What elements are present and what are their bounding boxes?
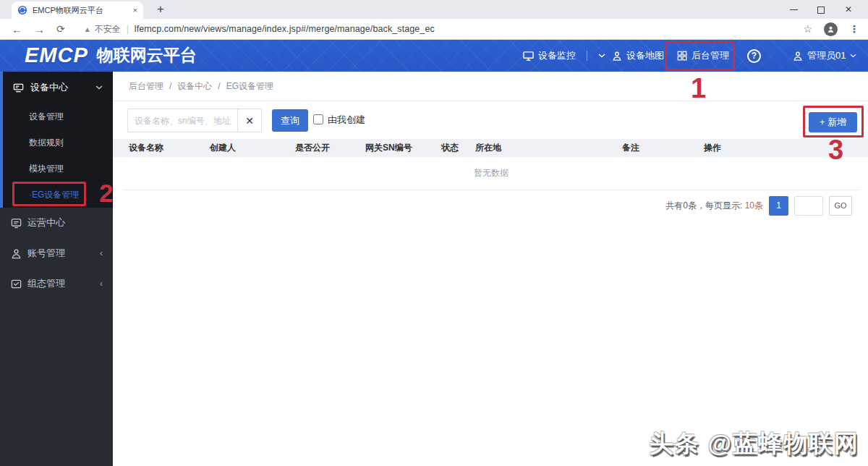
toolbar: ✕ 查询 由我创建 + 新增 bbox=[113, 101, 868, 139]
tab-close-icon[interactable]: × bbox=[133, 6, 137, 14]
security-label: 不安全 bbox=[95, 23, 121, 35]
tab-title: EMCP物联网云平台 bbox=[33, 5, 128, 16]
logo-emcp: EMCP bbox=[25, 43, 88, 67]
nav-device-monitor-label: 设备监控 bbox=[538, 49, 576, 62]
configuration-icon bbox=[11, 279, 22, 289]
sidebar-configuration-label: 组态管理 bbox=[27, 277, 65, 290]
sidebar-item-eg-device-management[interactable]: ·EG设备管理 bbox=[3, 182, 113, 208]
sidebar-item-device-center[interactable]: 设备中心 bbox=[3, 72, 113, 103]
app-logo: EMCP 物联网云平台 bbox=[25, 43, 197, 67]
warning-icon: ▲ bbox=[84, 25, 91, 33]
logo-suffix: 物联网云平台 bbox=[97, 44, 197, 67]
clear-search-button[interactable]: ✕ bbox=[237, 109, 262, 132]
breadcrumb-item-current: EG设备管理 bbox=[226, 80, 273, 93]
nav-backstage-label: 后台管理 bbox=[692, 49, 729, 62]
column-remark: 备注 bbox=[622, 139, 639, 157]
created-by-me-checkbox[interactable] bbox=[313, 114, 323, 124]
person-icon bbox=[827, 25, 835, 33]
nav-backstage[interactable]: 后台管理 bbox=[677, 40, 729, 72]
tab-favicon-icon bbox=[17, 5, 27, 15]
pagination-page-1-button[interactable]: 1 bbox=[769, 196, 788, 216]
created-by-me-label[interactable]: 由我创建 bbox=[328, 114, 365, 127]
sidebar-item-data-rules[interactable]: 数据规则 bbox=[3, 130, 113, 156]
column-status: 状态 bbox=[441, 139, 459, 157]
column-location: 所在地 bbox=[475, 139, 501, 157]
add-device-button[interactable]: + 新增 bbox=[809, 112, 857, 132]
app-header: EMCP 物联网云平台 设备监控 设备地图 后台管理 ? 管理员01 bbox=[0, 40, 868, 72]
pagination-summary: 共有0条，每页显示: 10条 bbox=[665, 200, 763, 212]
browser-tab[interactable]: EMCP物联网云平台 × bbox=[12, 1, 143, 19]
close-window-button[interactable]: ✕ bbox=[835, 4, 862, 14]
sidebar-operation-center-label: 运营中心 bbox=[27, 216, 65, 229]
sidebar-group-device-center: 设备中心 设备管理 数据规则 模块管理 ·EG设备管理 bbox=[0, 72, 113, 208]
url-separator: | bbox=[127, 24, 129, 34]
nav-help[interactable]: ? bbox=[747, 40, 761, 72]
chevron-down-icon bbox=[850, 54, 856, 58]
nav-user-label: 管理员01 bbox=[807, 49, 846, 62]
nav-user-menu[interactable]: 管理员01 bbox=[793, 40, 856, 72]
minimize-button[interactable] bbox=[780, 4, 807, 14]
operation-center-icon bbox=[11, 218, 22, 229]
browser-urlbar: ← → ⟳ ▲ 不安全 | lfemcp.com/new/views/manag… bbox=[0, 19, 868, 40]
search-input[interactable] bbox=[127, 109, 237, 132]
sidebar-device-center-label: 设备中心 bbox=[30, 81, 68, 94]
column-is-public: 是否公开 bbox=[295, 139, 330, 157]
pagination-page-size[interactable]: 10条 bbox=[745, 200, 763, 211]
bookmark-icon[interactable]: ☆ bbox=[803, 23, 812, 35]
new-tab-button[interactable]: + bbox=[152, 1, 169, 18]
sidebar-item-account-management[interactable]: 账号管理 ‹ bbox=[0, 238, 113, 268]
backstage-icon bbox=[677, 51, 687, 61]
pagination-jump-input[interactable] bbox=[794, 196, 823, 216]
chevron-left-icon: ‹ bbox=[100, 279, 103, 289]
breadcrumb: 后台管理 / 设备中心 / EG设备管理 bbox=[113, 72, 868, 101]
sidebar-item-module-management[interactable]: 模块管理 bbox=[3, 156, 113, 182]
sidebar-item-configuration-management[interactable]: 组态管理 ‹ bbox=[0, 268, 113, 299]
search-button[interactable]: 查询 bbox=[272, 109, 308, 132]
column-gateway-sn: 网关SN编号 bbox=[365, 139, 412, 157]
nav-device-map-label: 设备地图 bbox=[626, 49, 664, 62]
sidebar-item-device-management[interactable]: 设备管理 bbox=[3, 103, 113, 130]
forward-icon[interactable]: → bbox=[34, 23, 45, 35]
column-actions: 操作 bbox=[704, 139, 721, 157]
window-controls: ✕ bbox=[780, 0, 862, 19]
breadcrumb-separator: / bbox=[218, 81, 220, 91]
user-icon bbox=[793, 51, 803, 62]
reload-icon[interactable]: ⟳ bbox=[56, 23, 65, 35]
main-content: 后台管理 / 设备中心 / EG设备管理 ✕ 查询 由我创建 + 新增 设备名称… bbox=[113, 72, 868, 466]
device-center-icon bbox=[13, 82, 24, 93]
security-indicator[interactable]: ▲ 不安全 bbox=[84, 23, 121, 35]
breadcrumb-item[interactable]: 后台管理 bbox=[129, 80, 163, 93]
nav-device-monitor[interactable]: 设备监控 bbox=[523, 40, 605, 72]
nav-device-map[interactable]: 设备地图 bbox=[612, 40, 664, 72]
browser-tabstrip: EMCP物联网云平台 × + ✕ bbox=[0, 0, 868, 19]
breadcrumb-item[interactable]: 设备中心 bbox=[177, 80, 212, 93]
url-text[interactable]: lfemcp.com/new/views/manage/index.jsp#/m… bbox=[135, 24, 435, 34]
account-icon bbox=[11, 248, 22, 259]
table-empty-state: 暂无数据 bbox=[123, 157, 859, 190]
monitor-icon bbox=[523, 51, 534, 62]
pagination: 共有0条，每页显示: 10条 1 GO bbox=[665, 195, 852, 216]
sidebar: 设备中心 设备管理 数据规则 模块管理 ·EG设备管理 运营中心 账号管理 ‹ … bbox=[0, 72, 113, 466]
column-device-name: 设备名称 bbox=[129, 139, 163, 157]
sidebar-account-label: 账号管理 bbox=[27, 247, 65, 260]
chevron-down-icon bbox=[95, 85, 103, 90]
chevron-left-icon: ‹ bbox=[100, 248, 103, 258]
chevron-down-icon[interactable] bbox=[598, 54, 605, 58]
maximize-button[interactable] bbox=[807, 4, 835, 14]
urlbar-actions: ☆ ⋮ bbox=[803, 22, 859, 36]
map-pin-icon bbox=[612, 51, 622, 62]
pagination-total: 共有0条，每页显示: bbox=[665, 200, 742, 211]
column-creator: 创建人 bbox=[210, 139, 236, 157]
help-icon: ? bbox=[747, 49, 761, 63]
nav-separator bbox=[587, 51, 587, 61]
sidebar-item-operation-center[interactable]: 运营中心 bbox=[0, 208, 113, 238]
watermark: 头条 @蓝蜂物联网 bbox=[650, 428, 859, 460]
browser-menu-icon[interactable]: ⋮ bbox=[849, 23, 859, 35]
table-header: 设备名称 创建人 是否公开 网关SN编号 状态 所在地 备注 操作 bbox=[113, 139, 868, 157]
back-icon[interactable]: ← bbox=[12, 23, 22, 35]
screen: EMCP物联网云平台 × + ✕ ← → ⟳ ▲ 不安全 | lfemcp.co… bbox=[0, 0, 868, 466]
pagination-go-button[interactable]: GO bbox=[829, 196, 852, 216]
profile-avatar[interactable] bbox=[824, 22, 838, 36]
breadcrumb-separator: / bbox=[169, 81, 171, 91]
